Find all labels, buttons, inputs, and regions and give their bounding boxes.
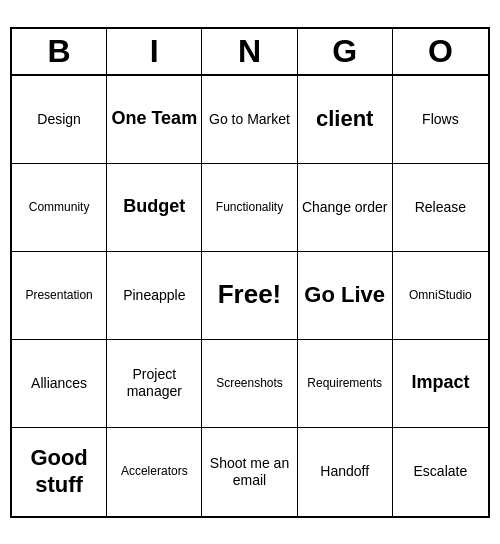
bingo-cell: client [298, 76, 393, 164]
bingo-cell: Change order [298, 164, 393, 252]
bingo-cell: One Team [107, 76, 202, 164]
bingo-cell: Community [12, 164, 107, 252]
header-letter: G [298, 29, 393, 74]
bingo-grid: DesignOne TeamGo to MarketclientFlowsCom… [12, 76, 488, 516]
bingo-cell: Free! [202, 252, 297, 340]
bingo-cell: Release [393, 164, 488, 252]
header-letter: N [202, 29, 297, 74]
bingo-cell: Design [12, 76, 107, 164]
bingo-cell: Escalate [393, 428, 488, 516]
bingo-cell: Good stuff [12, 428, 107, 516]
bingo-cell: Project manager [107, 340, 202, 428]
bingo-cell: OmniStudio [393, 252, 488, 340]
bingo-cell: Screenshots [202, 340, 297, 428]
header-letter: B [12, 29, 107, 74]
bingo-cell: Alliances [12, 340, 107, 428]
bingo-cell: Functionality [202, 164, 297, 252]
bingo-cell: Budget [107, 164, 202, 252]
bingo-header: BINGO [12, 29, 488, 76]
bingo-cell: Shoot me an email [202, 428, 297, 516]
header-letter: I [107, 29, 202, 74]
bingo-card: BINGO DesignOne TeamGo to MarketclientFl… [10, 27, 490, 518]
bingo-cell: Requirements [298, 340, 393, 428]
bingo-cell: Flows [393, 76, 488, 164]
bingo-cell: Presentation [12, 252, 107, 340]
header-letter: O [393, 29, 488, 74]
bingo-cell: Impact [393, 340, 488, 428]
bingo-cell: Go Live [298, 252, 393, 340]
bingo-cell: Pineapple [107, 252, 202, 340]
bingo-cell: Go to Market [202, 76, 297, 164]
bingo-cell: Handoff [298, 428, 393, 516]
bingo-cell: Accelerators [107, 428, 202, 516]
